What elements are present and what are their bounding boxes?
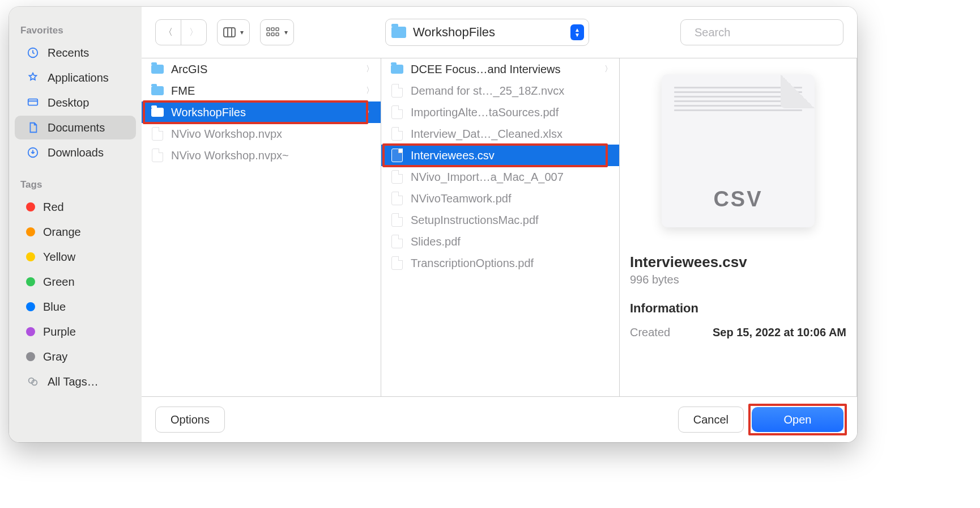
file-interviewees-csv[interactable]: Interviewees.csv: [381, 145, 619, 166]
tag-dot-icon: [26, 277, 35, 286]
preview-filename: Interviewees.csv: [630, 253, 846, 271]
tag-red[interactable]: Red: [15, 195, 136, 219]
chevron-down-icon: ▾: [240, 28, 244, 36]
folder-icon: [151, 86, 164, 95]
file-interview-cleaned-xlsx[interactable]: Interview_Dat…_Cleaned.xlsx: [381, 123, 619, 145]
sidebar-item-recents[interactable]: Recents: [15, 41, 136, 65]
file-importingaltedata-pdf[interactable]: ImportingAlte…taSources.pdf: [381, 101, 619, 123]
created-label: Created: [630, 326, 670, 339]
file-icon: [152, 149, 163, 162]
tag-purple[interactable]: Purple: [15, 320, 136, 344]
file-icon: [391, 84, 403, 98]
sidebar-item-applications[interactable]: Applications: [15, 66, 136, 90]
file-demand-nvcx[interactable]: Demand for st…_25_18Z.nvcx: [381, 80, 619, 101]
file-icon: [391, 127, 403, 141]
chevron-right-icon: 〉: [604, 64, 612, 74]
file-icon: [391, 149, 403, 162]
nav-back-forward: 〈 〉: [155, 19, 207, 45]
item-label: ArcGIS: [171, 63, 359, 76]
svg-rect-10: [271, 33, 274, 36]
preview-filesize: 996 bytes: [630, 273, 846, 286]
folder-workshopfiles[interactable]: WorkshopFiles〉: [142, 101, 381, 123]
tag-label: Green: [43, 276, 75, 289]
tags-heading: Tags: [9, 176, 142, 194]
item-label: NVivoTeamwork.pdf: [411, 192, 612, 205]
tag-orange[interactable]: Orange: [15, 220, 136, 244]
options-button[interactable]: Options: [155, 407, 225, 433]
item-label: NVivo Workshop.nvpx: [171, 128, 374, 141]
chevron-right-icon: 〉: [366, 64, 374, 74]
item-label: ImportingAlte…taSources.pdf: [411, 106, 612, 119]
group-button[interactable]: ▾: [260, 19, 294, 45]
file-slides-pdf[interactable]: Slides.pdf: [381, 231, 619, 252]
file-nvivo-import-mac[interactable]: NVivo_Import…a_Mac_A_007: [381, 166, 619, 188]
search-input[interactable]: [693, 26, 839, 40]
item-label: TranscriptionOptions.pdf: [411, 257, 612, 270]
file-icon: [391, 256, 403, 270]
grid-icon: [266, 27, 280, 37]
tag-gray[interactable]: Gray: [15, 345, 136, 369]
file-nvivo-workshop-nvpx[interactable]: NVivo Workshop.nvpx: [142, 123, 381, 145]
tag-dot-icon: [26, 227, 35, 236]
back-button[interactable]: 〈: [156, 20, 181, 45]
file-transcriptionoptions-pdf[interactable]: TranscriptionOptions.pdf: [381, 252, 619, 274]
sidebar-item-label: Recents: [48, 46, 89, 60]
file-icon: [391, 105, 403, 119]
chevron-left-icon: 〈: [164, 27, 173, 39]
column-2: DCEE Focus…and Interviews〉 Demand for st…: [381, 58, 620, 397]
tag-blue[interactable]: Blue: [15, 295, 136, 319]
all-tags-label: All Tags…: [48, 375, 99, 388]
file-setupinstructionsmac-pdf[interactable]: SetupInstructionsMac.pdf: [381, 209, 619, 231]
file-nvivo-workshop-nvpx-tilde[interactable]: NVivo Workshop.nvpx~: [142, 145, 381, 166]
folder-icon: [391, 27, 406, 38]
tag-dot-icon: [26, 352, 35, 361]
file-type-badge: CSV: [713, 187, 762, 211]
chevron-right-icon: 〉: [366, 107, 374, 117]
file-open-dialog: Favorites Recents Applications Desktop D…: [9, 7, 857, 442]
item-label: WorkshopFiles: [171, 106, 359, 119]
forward-button[interactable]: 〉: [181, 20, 206, 45]
item-label: Slides.pdf: [411, 235, 612, 248]
all-tags[interactable]: All Tags…: [15, 370, 136, 393]
tag-label: Gray: [43, 350, 67, 363]
item-label: SetupInstructionsMac.pdf: [411, 214, 612, 227]
tag-label: Purple: [43, 325, 76, 338]
sidebar-item-desktop[interactable]: Desktop: [15, 91, 136, 115]
tag-dot-icon: [26, 302, 35, 311]
item-label: NVivo_Import…a_Mac_A_007: [411, 171, 612, 184]
columns-icon: [223, 27, 236, 37]
sidebar-item-downloads[interactable]: Downloads: [15, 141, 136, 164]
svg-rect-11: [276, 33, 279, 36]
folder-fme[interactable]: FME〉: [142, 80, 381, 101]
path-popup[interactable]: WorkshopFiles ▲▼: [385, 19, 589, 46]
search-field[interactable]: [680, 19, 843, 45]
sidebar-item-label: Downloads: [48, 146, 104, 159]
open-button[interactable]: Open: [752, 407, 843, 432]
svg-rect-8: [276, 28, 279, 31]
view-columns-button[interactable]: ▾: [217, 19, 250, 45]
open-label: Open: [784, 413, 812, 426]
clock-icon: [26, 46, 40, 60]
file-icon: [391, 213, 403, 227]
desktop-icon: [26, 96, 40, 109]
preview-pane: CSV Interviewees.csv 996 bytes Informati…: [620, 58, 857, 397]
tag-yellow[interactable]: Yellow: [15, 245, 136, 269]
tag-green[interactable]: Green: [15, 270, 136, 294]
toolbar: 〈 〉 ▾ ▾ WorkshopFiles ▲▼: [142, 7, 857, 58]
apps-icon: [26, 71, 40, 84]
item-label: Interviewees.csv: [411, 149, 612, 162]
svg-rect-6: [267, 28, 270, 31]
information-heading: Information: [630, 301, 846, 316]
svg-rect-9: [267, 33, 270, 36]
item-label: DCEE Focus…and Interviews: [411, 63, 598, 76]
folder-dcee-focus[interactable]: DCEE Focus…and Interviews〉: [381, 58, 619, 80]
download-icon: [26, 146, 40, 159]
folder-arcgis[interactable]: ArcGIS〉: [142, 58, 381, 80]
column-browser: ArcGIS〉 FME〉 WorkshopFiles〉 NVivo Worksh…: [142, 58, 857, 397]
chevron-right-icon: 〉: [189, 27, 198, 39]
sidebar-item-documents[interactable]: Documents: [15, 116, 136, 139]
cancel-button[interactable]: Cancel: [678, 407, 744, 433]
item-label: FME: [171, 84, 359, 98]
file-nvivoteamwork-pdf[interactable]: NVivoTeamwork.pdf: [381, 188, 619, 209]
item-label: Demand for st…_25_18Z.nvcx: [411, 84, 612, 98]
